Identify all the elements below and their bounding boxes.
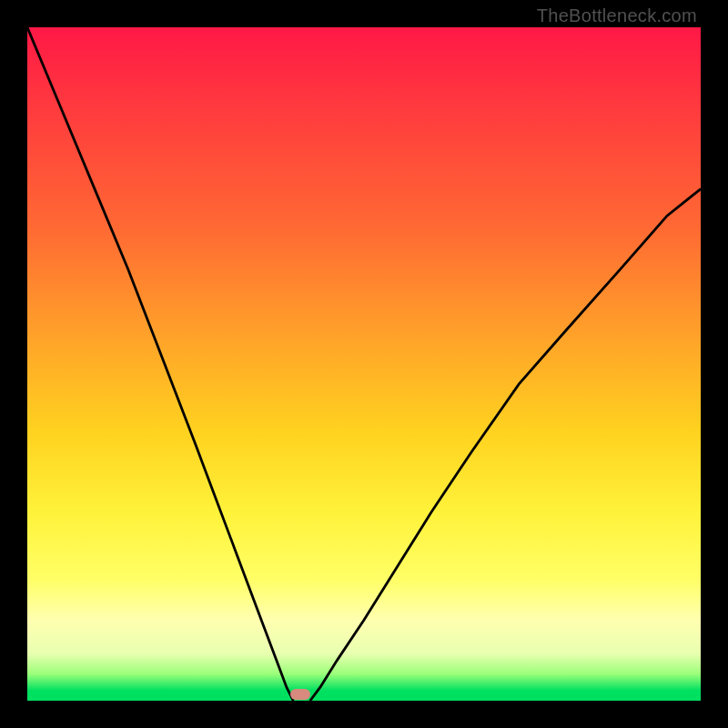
curve-right-branch [310, 189, 701, 701]
chart-outer-frame: TheBottleneck.com [0, 0, 728, 728]
curve-left-branch [27, 27, 293, 701]
attribution-text: TheBottleneck.com [537, 5, 697, 26]
bottleneck-curve [27, 27, 701, 701]
plot-area [27, 27, 701, 701]
optimal-point-marker [290, 689, 310, 700]
